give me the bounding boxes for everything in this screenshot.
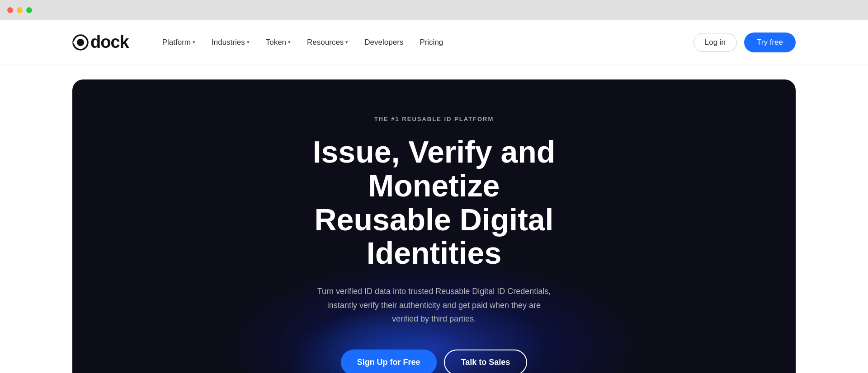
try-free-button[interactable]: Try free <box>744 33 796 52</box>
nav-actions: Log in Try free <box>693 33 796 52</box>
browser-content: dock Platform ▾ Industries ▾ Token ▾ Res… <box>0 20 868 373</box>
login-button[interactable]: Log in <box>693 33 737 52</box>
browser-window: dock Platform ▾ Industries ▾ Token ▾ Res… <box>0 0 868 373</box>
nav-item-pricing[interactable]: Pricing <box>413 34 449 51</box>
chevron-down-icon: ▾ <box>345 39 348 45</box>
nav-item-industries[interactable]: Industries ▾ <box>205 34 256 51</box>
hero-title-line2: Reusable Digital Identities <box>314 202 553 270</box>
browser-chrome <box>0 0 868 20</box>
hero-section: THE #1 REUSABLE ID PLATFORM Issue, Verif… <box>72 79 796 373</box>
traffic-light-yellow[interactable] <box>17 7 23 13</box>
nav-label-token: Token <box>266 38 286 47</box>
chevron-down-icon: ▾ <box>247 39 250 45</box>
nav-item-platform[interactable]: Platform ▾ <box>156 34 202 51</box>
nav-label-developers: Developers <box>364 38 403 47</box>
navbar: dock Platform ▾ Industries ▾ Token ▾ Res… <box>0 20 868 65</box>
svg-rect-2 <box>73 42 76 43</box>
nav-item-token[interactable]: Token ▾ <box>259 34 297 51</box>
nav-label-pricing: Pricing <box>420 38 443 47</box>
chevron-down-icon: ▾ <box>193 39 195 45</box>
talk-to-sales-button[interactable]: Talk to Sales <box>444 350 528 373</box>
logo-icon <box>72 34 89 51</box>
logo[interactable]: dock <box>72 33 129 52</box>
nav-item-developers[interactable]: Developers <box>358 34 410 51</box>
svg-point-1 <box>77 39 84 46</box>
hero-eyebrow: THE #1 REUSABLE ID PLATFORM <box>374 116 494 122</box>
traffic-light-green[interactable] <box>26 7 32 13</box>
nav-label-industries: Industries <box>212 38 245 47</box>
hero-subtitle: Turn verified ID data into trusted Reusa… <box>316 284 552 326</box>
signup-button[interactable]: Sign Up for Free <box>341 350 437 373</box>
traffic-light-red[interactable] <box>7 7 13 13</box>
nav-links: Platform ▾ Industries ▾ Token ▾ Resource… <box>156 34 693 51</box>
hero-title-line1: Issue, Verify and Monetize <box>313 135 556 203</box>
hero-title: Issue, Verify and Monetize Reusable Digi… <box>249 135 619 270</box>
chevron-down-icon: ▾ <box>288 39 291 45</box>
nav-label-resources: Resources <box>307 38 344 47</box>
nav-item-resources[interactable]: Resources ▾ <box>301 34 354 51</box>
hero-wrapper: THE #1 REUSABLE ID PLATFORM Issue, Verif… <box>0 65 868 373</box>
hero-buttons: Sign Up for Free Talk to Sales <box>341 350 528 373</box>
nav-label-platform: Platform <box>162 38 191 47</box>
logo-text: dock <box>90 33 129 52</box>
